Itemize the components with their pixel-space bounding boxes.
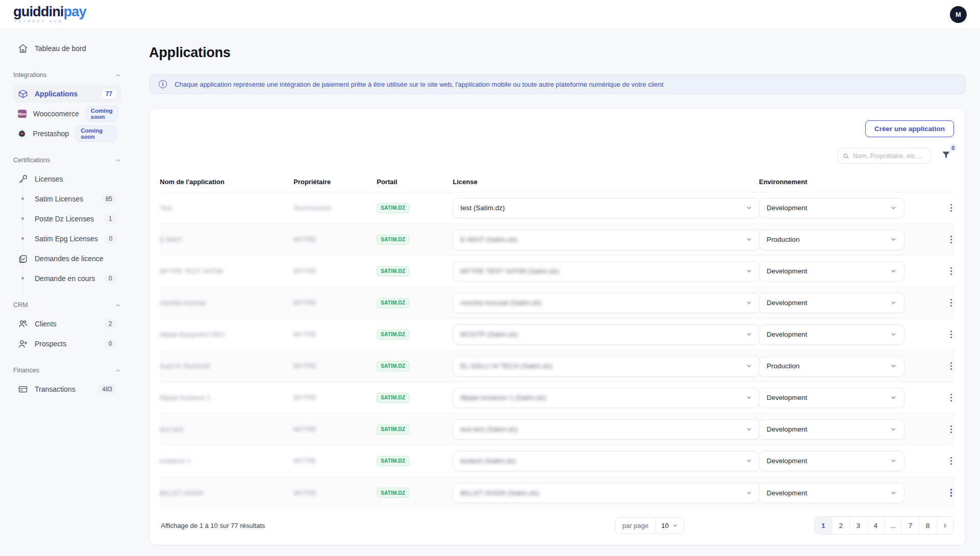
license-select[interactable]: E-WAIT (Satim.dz) — [453, 230, 760, 250]
sidebar-section-label: Finances — [13, 367, 39, 374]
row-actions-kebab-icon[interactable] — [950, 267, 955, 275]
environment-select[interactable]: Development — [759, 261, 904, 282]
environment-select[interactable]: Production — [759, 230, 904, 250]
environment-select[interactable]: Development — [759, 293, 904, 313]
environment-value: Development — [767, 299, 807, 307]
sidebar-item-poste-dz-licenses[interactable]: Poste Dz Licenses1 — [13, 210, 121, 228]
portal-badge: SATIM.DZ — [377, 393, 409, 403]
row-actions-kebab-icon[interactable] — [950, 204, 955, 212]
chevron-down-icon — [890, 331, 897, 338]
license-select[interactable]: test test (Satim.dz) — [453, 419, 760, 440]
environment-select[interactable]: Development — [759, 451, 904, 471]
chevron-down-icon — [890, 268, 897, 274]
sidebar-section-crm[interactable]: CRM — [13, 301, 121, 309]
environment-select[interactable]: Development — [759, 419, 904, 440]
woo-icon: Woo — [18, 110, 27, 118]
row-actions-kebab-icon[interactable] — [950, 299, 955, 307]
page-button-3[interactable]: 3 — [849, 517, 867, 534]
brand-logo[interactable]: guiddinipay PAYMENT HUB — [13, 5, 86, 23]
home-icon — [18, 43, 28, 54]
search-box[interactable] — [837, 148, 931, 164]
sidebar: Tableau de bordIntegrations Applications… — [0, 29, 134, 556]
applications-table: Nom de l'applicationPropriétairePortailL… — [150, 170, 965, 509]
sidebar-item-label: Tableau de bord — [35, 44, 116, 53]
page-button-1[interactable]: 1 — [815, 517, 832, 534]
license-select[interactable]: Mytpe Instance 1 (Satim.dz) — [453, 388, 760, 408]
owner-name: MYTPE — [293, 489, 377, 497]
sidebar-item-demandes-de-licence[interactable]: Demandes de licence — [13, 249, 121, 268]
environment-select[interactable]: Production — [759, 356, 904, 376]
portal-badge: SATIM.DZ — [377, 488, 409, 498]
count-badge: 1 — [104, 214, 116, 224]
count-badge: 77 — [102, 89, 116, 99]
sidebar-item-label: Clients — [35, 320, 97, 328]
sidebar-section-finances[interactable]: Finances — [13, 367, 121, 374]
user-avatar[interactable]: M — [950, 6, 967, 23]
sidebar-section-integrations[interactable]: Integrations — [13, 71, 121, 79]
sidebar-item-label: Woocoomerce — [33, 110, 79, 118]
row-actions-kebab-icon[interactable] — [950, 457, 955, 465]
chevron-down-icon — [746, 331, 752, 338]
license-value: Mytpe Instance 1 (Satim.dz) — [460, 394, 546, 401]
page-button-4[interactable]: 4 — [867, 517, 884, 534]
sidebar-item-clients[interactable]: Clients2 — [13, 315, 121, 333]
sidebar-item-satim-licenses[interactable]: Satim Licenses85 — [13, 190, 121, 208]
environment-select[interactable]: Development — [759, 388, 904, 408]
license-select[interactable]: EL AOLLI HI TECH (Satim.dz) — [453, 356, 760, 376]
search-icon — [843, 153, 849, 160]
environment-value: Production — [767, 236, 800, 243]
sidebar-item-prospects[interactable]: Prospects0 — [13, 335, 121, 353]
row-actions-kebab-icon[interactable] — [950, 394, 955, 402]
license-select[interactable]: test (Satim.dz) — [453, 198, 760, 218]
per-page-select[interactable]: 10 — [656, 518, 683, 534]
page-button-2[interactable]: 2 — [832, 517, 849, 534]
license-select[interactable]: mechta mourad (Satim.dz) — [453, 293, 760, 313]
license-select[interactable]: MYGTP (Satim.dz) — [453, 324, 760, 345]
sidebar-item-applications[interactable]: Applications77 — [13, 85, 121, 103]
per-page-label: par page — [616, 518, 655, 534]
license-select[interactable]: MYTPE TEST SATIM (Satim.dz) — [453, 261, 760, 282]
page-button-7[interactable]: 7 — [901, 517, 919, 534]
environment-select[interactable]: Development — [759, 483, 904, 503]
row-actions-kebab-icon[interactable] — [950, 236, 955, 244]
table-row: E-WAIT MYTPE SATIM.DZ E-WAIT (Satim.dz) … — [160, 224, 955, 256]
environment-value: Development — [767, 331, 807, 338]
create-application-button[interactable]: Créer une application — [865, 120, 954, 137]
row-actions-kebab-icon[interactable] — [950, 331, 955, 339]
sidebar-item-woocoomerce[interactable]: WooWoocoomerceComing soon — [13, 105, 121, 123]
sidebar-item-tableau-de-bord[interactable]: Tableau de bord — [13, 39, 121, 58]
application-name: E-WAIT — [160, 236, 293, 243]
sidebar-item-satim-epg-licenses[interactable]: Satim Epg Licenses0 — [13, 230, 121, 248]
search-input[interactable] — [853, 153, 925, 160]
row-actions-kebab-icon[interactable] — [950, 489, 955, 497]
topbar: guiddinipay PAYMENT HUB M — [0, 0, 980, 29]
environment-value: Development — [767, 394, 807, 401]
page-button-8[interactable]: 8 — [919, 517, 936, 534]
sidebar-item-transactions[interactable]: Transactions483 — [13, 380, 121, 398]
license-select[interactable]: BILLET AVION (Satim.dz) — [453, 483, 760, 503]
sidebar-item-label: Applications — [35, 90, 95, 98]
sidebar-item-demande-en-cours[interactable]: Demande en cours0 — [13, 269, 121, 288]
sidebar-section-certifications[interactable]: Certifications — [13, 157, 121, 164]
environment-select[interactable]: Development — [759, 198, 904, 218]
clipboard-icon — [18, 254, 28, 264]
credit-card-icon — [18, 384, 28, 394]
environment-value: Development — [767, 267, 807, 275]
sidebar-item-prestashop[interactable]: PrestashopComing soon — [13, 124, 121, 143]
environment-select[interactable]: Development — [759, 324, 904, 345]
application-name: Mytpe Epayment DEV — [160, 331, 293, 338]
table-footer: Affichage de 1 à 10 sur 77 résultats par… — [150, 509, 965, 545]
sidebar-item-licenses[interactable]: Licenses — [13, 170, 121, 188]
row-actions-kebab-icon[interactable] — [950, 425, 955, 434]
chevron-down-icon — [890, 363, 897, 369]
license-value: test test (Satim.dz) — [460, 425, 518, 433]
filter-button[interactable]: 0 — [941, 150, 951, 162]
next-page-button[interactable] — [936, 517, 953, 534]
sidebar-section-label: Integrations — [13, 71, 46, 79]
chevron-down-icon — [890, 205, 897, 211]
info-icon: i — [159, 80, 167, 88]
license-select[interactable]: testtest (Satim.dz) — [453, 451, 760, 471]
column-header: Nom de l'application — [160, 178, 293, 186]
row-actions-kebab-icon[interactable] — [950, 362, 955, 370]
brand-tagline: PAYMENT HUB — [13, 20, 86, 23]
